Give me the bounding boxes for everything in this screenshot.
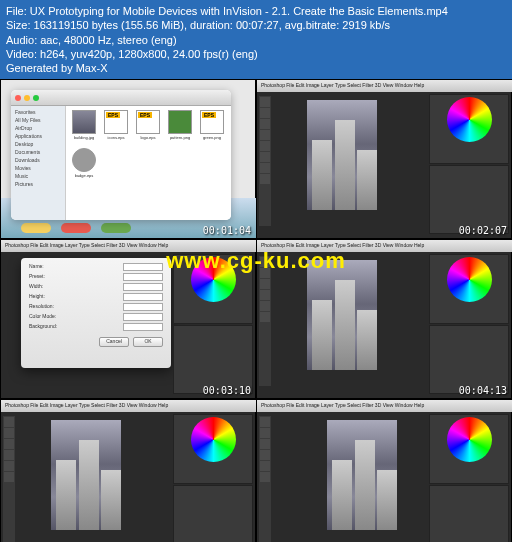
dialog-row: Height: bbox=[25, 292, 167, 302]
crop-tool-icon[interactable] bbox=[260, 130, 270, 140]
maximize-icon[interactable] bbox=[33, 95, 39, 101]
dialog-buttons: Cancel OK bbox=[25, 336, 167, 348]
colormode-label: Color Mode: bbox=[29, 313, 56, 321]
sidebar-item[interactable]: All My Files bbox=[13, 116, 63, 124]
tool-icon[interactable] bbox=[260, 301, 270, 311]
tool-icon[interactable] bbox=[260, 450, 270, 460]
sidebar-item[interactable]: Favorites bbox=[13, 108, 63, 116]
finder-titlebar bbox=[11, 90, 231, 106]
sidebar-item[interactable]: Pictures bbox=[13, 180, 63, 188]
color-panel[interactable] bbox=[429, 414, 509, 484]
sidebar-item[interactable]: Music bbox=[13, 172, 63, 180]
new-document-dialog: Name: Preset: Width: Height: Resolution:… bbox=[21, 258, 171, 368]
ps-menubar[interactable]: Photoshop File Edit Image Layer Type Sel… bbox=[257, 80, 512, 92]
width-label: Width: bbox=[29, 283, 43, 291]
tool-icon[interactable] bbox=[260, 290, 270, 300]
ps-toolbar bbox=[3, 416, 15, 542]
sidebar-item[interactable]: Movies bbox=[13, 164, 63, 172]
resolution-input[interactable] bbox=[123, 303, 163, 311]
brush-tool-icon[interactable] bbox=[260, 141, 270, 151]
width-input[interactable] bbox=[123, 283, 163, 291]
file-icon[interactable]: icons.eps bbox=[102, 110, 130, 144]
sidebar-item[interactable]: Documents bbox=[13, 148, 63, 156]
file-icon[interactable]: badge.eps bbox=[70, 148, 98, 182]
building-shape bbox=[79, 440, 99, 530]
sidebar-item[interactable]: AirDrop bbox=[13, 124, 63, 132]
timestamp: 00:02:07 bbox=[459, 225, 507, 236]
building-shape bbox=[332, 460, 352, 530]
ps-canvas[interactable] bbox=[327, 420, 397, 530]
metadata-header: File: UX Prototyping for Mobile Devices … bbox=[0, 0, 512, 79]
tool-icon[interactable] bbox=[4, 439, 14, 449]
layers-panel[interactable] bbox=[173, 485, 253, 542]
layers-panel[interactable] bbox=[429, 485, 509, 542]
zoom-tool-icon[interactable] bbox=[260, 174, 270, 184]
bg-input[interactable] bbox=[123, 323, 163, 331]
tool-icon[interactable] bbox=[4, 461, 14, 471]
color-panel[interactable] bbox=[429, 94, 509, 164]
colormode-input[interactable] bbox=[123, 313, 163, 321]
minimize-icon[interactable] bbox=[24, 95, 30, 101]
ps-panels bbox=[429, 94, 509, 234]
cancel-button[interactable]: Cancel bbox=[99, 337, 129, 347]
ps-canvas[interactable] bbox=[307, 100, 377, 210]
lasso-tool-icon[interactable] bbox=[260, 119, 270, 129]
dialog-row: Resolution: bbox=[25, 302, 167, 312]
color-wheel-icon[interactable] bbox=[447, 97, 492, 142]
ps-panels bbox=[429, 254, 509, 394]
thumbnail-2: Photoshop File Edit Image Layer Type Sel… bbox=[256, 79, 512, 239]
building-shape bbox=[377, 470, 397, 530]
ps-toolbar bbox=[259, 96, 271, 226]
tool-icon[interactable] bbox=[260, 428, 270, 438]
color-panel[interactable] bbox=[173, 414, 253, 484]
sidebar-item[interactable]: Desktop bbox=[13, 140, 63, 148]
sidebar-item[interactable]: Downloads bbox=[13, 156, 63, 164]
audio-line: Audio: aac, 48000 Hz, stereo (eng) bbox=[6, 33, 506, 47]
tool-icon[interactable] bbox=[260, 461, 270, 471]
building-shape bbox=[335, 280, 355, 370]
height-label: Height: bbox=[29, 293, 45, 301]
file-icon[interactable]: building.jpg bbox=[70, 110, 98, 144]
tool-icon[interactable] bbox=[4, 472, 14, 482]
thumbnail-6: Photoshop File Edit Image Layer Type Sel… bbox=[256, 399, 512, 542]
height-input[interactable] bbox=[123, 293, 163, 301]
file-icon[interactable]: pattern.png bbox=[166, 110, 194, 144]
ps-canvas[interactable] bbox=[51, 420, 121, 530]
move-tool-icon[interactable] bbox=[260, 97, 270, 107]
ps-panels bbox=[429, 414, 509, 542]
ps-menubar[interactable]: Photoshop File Edit Image Layer Type Sel… bbox=[1, 400, 257, 412]
tool-icon[interactable] bbox=[260, 439, 270, 449]
thumbnail-1: Favorites All My Files AirDrop Applicati… bbox=[0, 79, 256, 239]
ok-button[interactable]: OK bbox=[133, 337, 163, 347]
watermark-text: www.cg-ku.com bbox=[0, 248, 512, 274]
ps-menubar[interactable]: Photoshop File Edit Image Layer Type Sel… bbox=[257, 400, 512, 412]
color-wheel-icon[interactable] bbox=[447, 417, 492, 462]
close-icon[interactable] bbox=[15, 95, 21, 101]
ps-panels bbox=[173, 414, 253, 542]
tool-icon[interactable] bbox=[260, 279, 270, 289]
file-icon[interactable]: logo.eps bbox=[134, 110, 162, 144]
preset-input[interactable] bbox=[123, 273, 163, 281]
color-wheel-icon[interactable] bbox=[191, 417, 236, 462]
bg-label: Background: bbox=[29, 323, 57, 331]
eraser-tool-icon[interactable] bbox=[260, 152, 270, 162]
timestamp: 00:01:04 bbox=[203, 225, 251, 236]
tool-icon[interactable] bbox=[4, 428, 14, 438]
sidebar-item[interactable]: Applications bbox=[13, 132, 63, 140]
tool-icon[interactable] bbox=[4, 417, 14, 427]
text-tool-icon[interactable] bbox=[260, 163, 270, 173]
ps-canvas[interactable] bbox=[307, 260, 377, 370]
tool-icon[interactable] bbox=[4, 450, 14, 460]
tool-icon[interactable] bbox=[260, 312, 270, 322]
ps-toolbar bbox=[259, 416, 271, 542]
thumbnail-5: Photoshop File Edit Image Layer Type Sel… bbox=[0, 399, 256, 542]
marquee-tool-icon[interactable] bbox=[260, 108, 270, 118]
file-icon[interactable]: green.png bbox=[198, 110, 226, 144]
desk-pencil bbox=[21, 223, 51, 233]
timestamp: 00:04:13 bbox=[459, 385, 507, 396]
tool-icon[interactable] bbox=[260, 472, 270, 482]
finder-content: building.jpg icons.eps logo.eps pattern.… bbox=[66, 106, 231, 220]
building-shape bbox=[357, 310, 377, 370]
tool-icon[interactable] bbox=[260, 417, 270, 427]
resolution-label: Resolution: bbox=[29, 303, 54, 311]
